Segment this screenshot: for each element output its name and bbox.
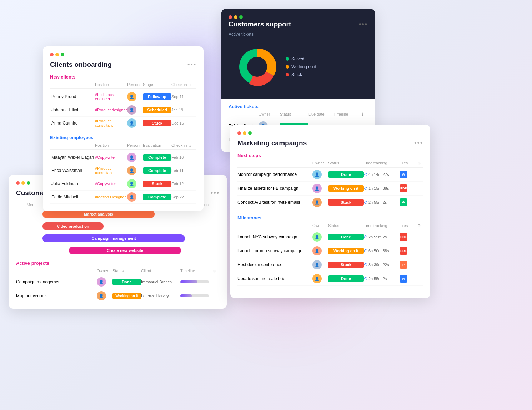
status-badge[interactable]: Working on it <box>112 293 141 299</box>
eval-badge[interactable]: Stuck <box>143 181 171 187</box>
active-projects-label: Active projects <box>16 260 220 266</box>
gantt-bar-campaign-management[interactable]: Campaign management <box>42 234 185 242</box>
stage-badge[interactable]: Follow up <box>143 93 171 100</box>
project-name: Campaign management <box>16 279 97 284</box>
status-badge[interactable]: Done <box>112 279 141 285</box>
col-name <box>51 82 95 87</box>
avatar: 👤 <box>127 118 136 128</box>
avatar: 👤 <box>127 179 136 188</box>
col-status: Status <box>112 269 141 273</box>
col-checkin: Check-in <box>171 143 189 148</box>
checkin: Dec 16 <box>171 121 189 125</box>
col-add[interactable]: ⊕ <box>417 223 423 228</box>
col-position: Position <box>95 143 127 148</box>
status-badge[interactable]: Done <box>328 275 364 282</box>
pie-chart <box>236 45 278 88</box>
table-row: Host design conference 👤 Stuck ⏱8h 39m 2… <box>237 258 423 272</box>
minimize-dot[interactable] <box>243 131 246 135</box>
col-timetracking: Time tracking <box>364 223 400 228</box>
table-row: Maayan Wexer Dagan #Copywriter 👤 Complet… <box>50 151 196 164</box>
time-tracking: ⏱2h 55m 2s <box>364 200 400 204</box>
card-header: Clients onboarding ••• <box>50 61 196 69</box>
close-dot[interactable] <box>229 15 232 19</box>
col-timeline: Timeline <box>180 269 212 273</box>
existing-employees-label: Existing employees <box>50 135 196 140</box>
minimize-dot[interactable] <box>234 15 237 19</box>
day-mon: Mon <box>16 203 45 207</box>
support-table-header: Owner Status Due date Timeline ℹ <box>229 112 368 119</box>
time-tracking: ⏱8h 39m 22s <box>364 263 400 267</box>
more-options-button[interactable]: ••• <box>414 140 423 147</box>
table-row: Anna Catmire #Product consultant 👤 Stuck… <box>50 117 196 130</box>
more-options-button[interactable]: ••• <box>187 61 196 69</box>
col-status: Status <box>328 161 364 166</box>
status-badge[interactable]: Done <box>328 171 364 178</box>
time-tracking: ⏱4h 14m 27s <box>364 172 400 177</box>
status-badge[interactable]: Stuck <box>328 262 364 268</box>
status-badge[interactable]: Stuck <box>328 199 364 206</box>
milestone-name: Update summer sale brief <box>237 276 312 281</box>
legend-solved: Solved <box>286 56 316 61</box>
employee-name: Maayan Wexer Dagan <box>51 155 95 160</box>
checkin: Sep 11 <box>171 95 189 99</box>
minimize-dot[interactable] <box>55 53 59 56</box>
legend-dot-stuck <box>286 73 289 76</box>
status-badge[interactable]: Working on it <box>328 185 364 192</box>
avatar: 👤 <box>312 184 322 193</box>
employee-position: #Copywriter <box>95 155 127 160</box>
maximize-dot[interactable] <box>27 181 30 185</box>
active-projects-header: Owner Status Client Timeline ⊕ <box>16 269 220 275</box>
col-add[interactable]: ⊕ <box>212 269 220 273</box>
client-name: Lorenzo Harvey <box>141 294 180 298</box>
employee-name: Erica Waissman <box>51 168 95 173</box>
eval-badge[interactable]: Complete <box>143 167 171 174</box>
stage-badge[interactable]: Scheduled <box>143 107 171 113</box>
close-dot[interactable] <box>50 53 54 56</box>
checkin: Sep 22 <box>171 195 189 199</box>
support-title: Customers support <box>229 20 291 28</box>
legend-label-stuck: Stuck <box>291 72 302 77</box>
file-badge: G <box>400 198 407 206</box>
maximize-dot[interactable] <box>239 15 243 19</box>
employee-position: #Copywriter <box>95 182 127 186</box>
more-options-button[interactable]: ••• <box>211 189 220 197</box>
maximize-dot[interactable] <box>248 131 252 135</box>
employees-header: Position Person Evaluation Check-in ℹ <box>50 143 196 150</box>
milestones-section: Milestones Owner Status Time tracking Fi… <box>237 215 423 286</box>
col-files: Files <box>400 161 417 166</box>
next-steps-label: Next steps <box>237 153 423 158</box>
stage-badge[interactable]: Stuck <box>143 120 171 126</box>
col-person: Person <box>127 82 143 87</box>
status-badge[interactable]: Done <box>328 234 364 240</box>
checkin: Feb 11 <box>171 168 189 173</box>
col-duedate: Due date <box>308 112 333 117</box>
minimize-dot[interactable] <box>21 181 25 185</box>
avatar: 👤 <box>97 277 106 287</box>
eval-badge[interactable]: Complete <box>143 194 171 200</box>
card-title: Marketing campaigns <box>237 139 414 147</box>
more-options-button[interactable]: ••• <box>359 21 368 28</box>
eval-badge[interactable]: Complete <box>143 154 171 161</box>
col-checkin: Check-in <box>171 82 189 87</box>
gantt-bar-market-analysis[interactable]: Market analysis <box>42 210 155 218</box>
table-row: Finalize assets for FB campaign 👤 Workin… <box>237 182 423 196</box>
maximize-dot[interactable] <box>61 53 64 56</box>
file-badge: W <box>400 275 407 283</box>
gantt-bar-video-production[interactable]: Video production <box>42 222 104 230</box>
gantt-bar-create-website[interactable]: Create new website <box>69 247 181 254</box>
avatar: 👤 <box>127 105 136 115</box>
status-badge[interactable]: Working on it <box>328 248 364 254</box>
close-dot[interactable] <box>16 181 20 185</box>
col-status: Status <box>328 223 364 228</box>
file-badge: W <box>400 171 407 178</box>
gantt-row: Campaign management <box>16 233 220 243</box>
close-dot[interactable] <box>237 131 241 135</box>
file-badge: P <box>400 261 407 269</box>
col-evaluation: Evaluation <box>143 143 171 148</box>
avatar: 👤 <box>312 232 322 242</box>
employee-name: Julia Feldman <box>51 181 95 186</box>
col-owner: Owner <box>259 112 280 117</box>
table-row: Launch NYC subway campaign 👤 Done ⏱2h 55… <box>237 230 423 244</box>
col-owner: Owner <box>97 269 112 273</box>
col-add[interactable]: ⊕ <box>417 161 423 166</box>
